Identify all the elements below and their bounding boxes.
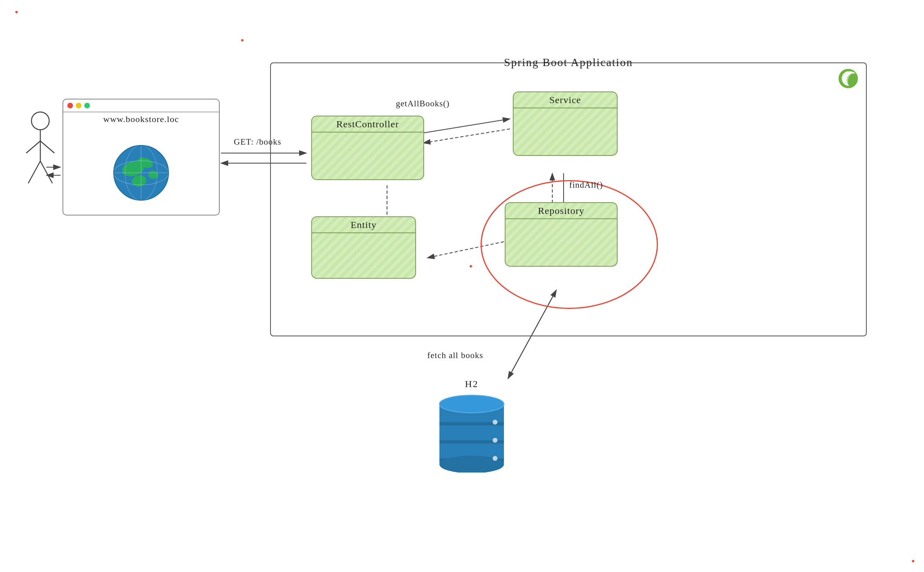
svg-line-3 [40, 141, 54, 153]
spring-app-title: Spring Boot Application [504, 56, 633, 69]
dot-2 [241, 39, 243, 41]
repository-label: Repository [538, 205, 584, 216]
stick-figure [20, 109, 60, 199]
service-label: Service [549, 95, 581, 106]
database-cylinder-svg [435, 392, 508, 473]
rest-controller-label: RestController [336, 119, 399, 130]
spring-app-box: Spring Boot Application RestController S… [270, 62, 867, 336]
entity-titlebar: Entity [312, 217, 415, 233]
find-all-label: findAll() [569, 180, 603, 190]
dot-4 [912, 560, 914, 562]
entity-label: Entity [351, 220, 377, 230]
rest-controller-box: RestController [311, 116, 424, 180]
svg-line-5 [40, 161, 52, 183]
dot-1 [15, 11, 18, 13]
repository-titlebar: Repository [506, 203, 617, 219]
browser-window: www.bookstore.loc [62, 99, 220, 216]
svg-point-0 [31, 112, 49, 130]
entity-box: Entity [311, 216, 416, 279]
svg-point-40 [493, 438, 497, 443]
svg-point-39 [493, 420, 497, 425]
service-box: Service [513, 91, 618, 156]
spring-logo [838, 68, 859, 89]
h2-database: H2 [435, 379, 508, 474]
get-all-books-label: getAllBooks() [396, 99, 450, 109]
browser-titlebar [63, 99, 219, 112]
browser-minimize-dot [76, 103, 81, 108]
browser-url: www.bookstore.loc [63, 114, 219, 124]
h2-label: H2 [435, 379, 508, 390]
svg-line-4 [28, 161, 40, 183]
svg-line-2 [26, 141, 40, 153]
browser-close-dot [67, 103, 73, 108]
fetch-all-books-label: fetch all books [427, 350, 483, 361]
rest-controller-titlebar: RestController [312, 116, 423, 133]
browser-globe [109, 141, 173, 207]
service-titlebar: Service [514, 92, 617, 108]
repository-box: Repository [505, 202, 618, 267]
svg-point-41 [493, 456, 497, 461]
diagram-canvas: www.bookstore.loc GET: /books [0, 0, 924, 572]
browser-maximize-dot [84, 103, 90, 108]
